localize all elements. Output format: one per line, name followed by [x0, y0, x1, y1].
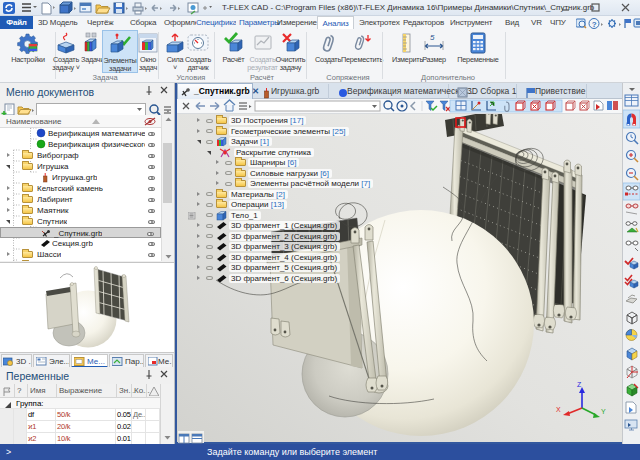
svg-text:Y: Y	[601, 408, 606, 415]
svg-text:X: X	[556, 406, 561, 413]
svg-text:5: 5	[430, 33, 435, 42]
svg-text:?: ?	[592, 20, 597, 29]
svg-text:Z: Z	[577, 381, 582, 388]
